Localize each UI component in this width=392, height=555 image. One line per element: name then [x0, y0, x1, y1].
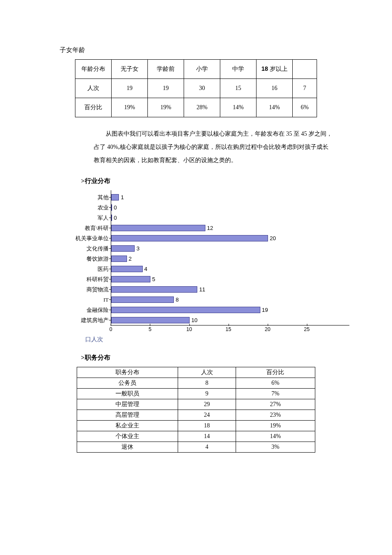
cell: 高层管理 — [77, 410, 178, 421]
bar-value-label: 1 — [121, 194, 124, 200]
cell: 19 — [112, 79, 148, 98]
cell: 14 — [178, 431, 236, 442]
cell: 4 — [178, 442, 236, 453]
analysis-paragraph: 从图表中我们可以看出本项目客户主要以核心家庭为主，年龄发布在 35 至 45 岁… — [94, 128, 332, 167]
table-row: 私企业主1819% — [77, 421, 315, 431]
cell: 14% — [220, 98, 257, 117]
bar-value-label: 11 — [199, 286, 205, 293]
cell: 30 — [184, 79, 220, 98]
col-header: 18 岁以上 — [257, 60, 293, 79]
cell: 14% — [257, 98, 293, 117]
col-header: 中学 — [220, 60, 257, 79]
bar-category-label: 其他 — [58, 195, 111, 200]
cell: 退休 — [77, 442, 178, 453]
bar — [111, 225, 205, 231]
industry-bar-chart: 其他1农业0军人0教育\科研12机关事业单位20文化传播3餐饮旅游2医药4科研科… — [111, 190, 349, 333]
bar-category-label: 农业 — [58, 205, 111, 210]
cell: 28% — [184, 98, 220, 117]
col-header: 人次 — [178, 367, 236, 378]
cell: 一般职员 — [77, 389, 178, 399]
bar-row: 教育\科研12 — [111, 223, 349, 233]
table-row: 百分比 19% 19% 28% 14% 14% 6% — [75, 98, 317, 117]
bar-value-label: 3 — [136, 245, 139, 252]
col-header: 无子女 — [112, 60, 148, 79]
bar — [111, 235, 268, 241]
table-row: 职务分布 人次 百分比 — [77, 367, 315, 378]
bar-category-label: 机关事业单位 — [58, 235, 111, 241]
table-row: 退休43% — [77, 442, 315, 453]
bar-row: 餐饮旅游2 — [111, 253, 349, 264]
bar — [111, 307, 260, 313]
bar-value-label: 10 — [191, 317, 197, 323]
bar — [111, 194, 119, 200]
bar-row: 医药4 — [111, 264, 349, 274]
cell: 9 — [178, 389, 236, 399]
bar-value-label: 19 — [262, 307, 268, 313]
axis-tick: 5 — [149, 326, 152, 332]
cell: 23% — [236, 410, 315, 421]
axis-tick: 20 — [265, 326, 270, 332]
cell: 6% — [293, 98, 317, 117]
cell: 16 — [257, 79, 293, 98]
bar-value-label: 20 — [270, 235, 276, 241]
cell: 个体业主 — [77, 431, 178, 442]
col-header: 学龄前 — [148, 60, 184, 79]
bar-row: 机关事业单位20 — [111, 233, 349, 243]
table-row: 人次 19 19 30 15 16 7 — [75, 79, 317, 98]
bar-category-label: 文化传播 — [58, 246, 111, 251]
bar — [111, 296, 174, 303]
cell: 3% — [236, 442, 315, 453]
cell: 7% — [236, 389, 315, 399]
bar — [111, 317, 190, 323]
cell: 6% — [236, 378, 315, 389]
cell: 18 — [178, 421, 236, 431]
bar-category-label: 教育\科研 — [58, 225, 111, 231]
bar-value-label: 5 — [152, 276, 155, 282]
bar-row: 文化传播3 — [111, 243, 349, 253]
cell: 15 — [220, 79, 257, 98]
bar-value-label: 12 — [207, 225, 213, 231]
bar-value-label: 0 — [114, 215, 117, 221]
bar-category-label: 商贸物流 — [58, 287, 111, 292]
chart-legend-note: 口人次 — [85, 336, 332, 343]
bar-row: 建筑房地产10 — [111, 315, 349, 325]
cell: 24 — [178, 410, 236, 421]
bar — [111, 276, 150, 282]
bar — [111, 204, 112, 211]
cell: 19 — [148, 79, 184, 98]
table-row: 公务员86% — [77, 378, 315, 389]
bar-value-label: 4 — [144, 266, 147, 272]
bar-row: 农业0 — [111, 202, 349, 212]
heading-position: >职务分布 — [81, 354, 332, 362]
bar — [111, 266, 143, 272]
bar-row: IT8 — [111, 294, 349, 305]
table-position: 职务分布 人次 百分比 公务员86%一般职员97%中层管理2927%高层管理24… — [77, 367, 315, 453]
cell: 29 — [178, 399, 236, 410]
bar-category-label: 科研科贸 — [58, 276, 111, 282]
bar-row: 商贸物流11 — [111, 284, 349, 294]
bar-value-label: 8 — [176, 296, 179, 303]
col-header: 职务分布 — [77, 367, 178, 378]
bar-value-label: 0 — [114, 204, 117, 211]
row-label: 人次 — [75, 79, 112, 98]
table-children-age: 年龄分布 无子女 学龄前 小学 中学 18 岁以上 人次 19 19 30 15… — [75, 59, 317, 117]
bar-row: 科研科贸5 — [111, 274, 349, 284]
cell: 8 — [178, 378, 236, 389]
cell: 27% — [236, 399, 315, 410]
bar-row: 金融保险19 — [111, 305, 349, 315]
axis-tick: 0 — [110, 326, 112, 332]
row-label: 百分比 — [75, 98, 112, 117]
table-row: 个体业主1414% — [77, 431, 315, 442]
bar-category-label: 军人 — [58, 215, 111, 221]
col-header: 小学 — [184, 60, 220, 79]
cell: 19% — [112, 98, 148, 117]
bar-category-label: IT — [58, 297, 111, 302]
bar — [111, 256, 127, 262]
cell: 19% — [148, 98, 184, 117]
bar-category-label: 餐饮旅游 — [58, 256, 111, 262]
cell: 19% — [236, 421, 315, 431]
bar-category-label: 金融保险 — [58, 307, 111, 313]
cell: 中层管理 — [77, 399, 178, 410]
table-row: 年龄分布 无子女 学龄前 小学 中学 18 岁以上 — [75, 60, 317, 79]
col-header: 年龄分布 — [75, 60, 112, 79]
